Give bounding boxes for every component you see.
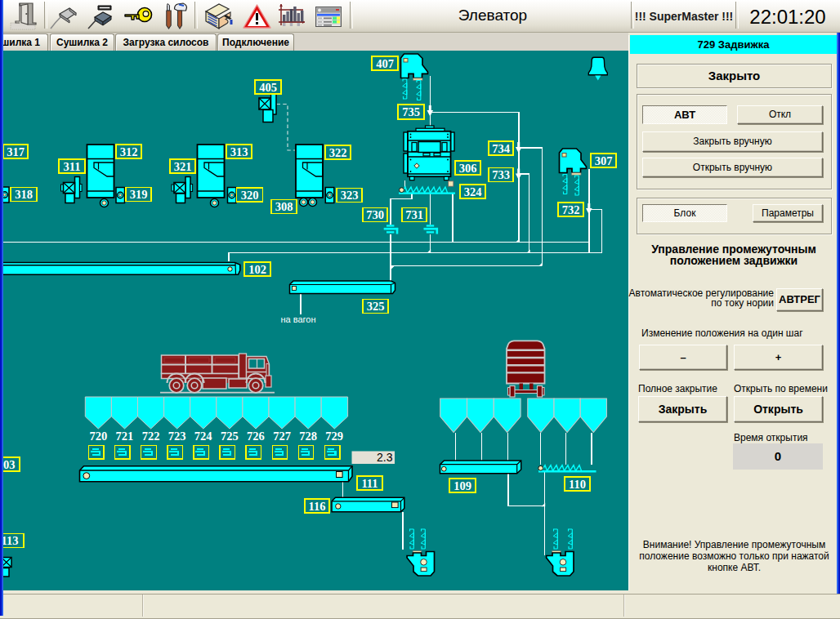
svg-text:110: 110 bbox=[569, 478, 586, 491]
svg-text:720: 720 bbox=[89, 430, 107, 443]
svg-text:319: 319 bbox=[130, 188, 148, 201]
svg-text:317: 317 bbox=[7, 145, 25, 158]
svg-text:313: 313 bbox=[230, 145, 248, 158]
svg-text:726: 726 bbox=[247, 430, 265, 443]
svg-text:722: 722 bbox=[142, 430, 160, 443]
svg-text:320: 320 bbox=[241, 189, 259, 202]
svg-text:311: 311 bbox=[64, 160, 81, 173]
svg-text:727: 727 bbox=[273, 430, 291, 443]
svg-text:312: 312 bbox=[120, 145, 138, 158]
svg-text:733: 733 bbox=[492, 168, 510, 181]
svg-text:323: 323 bbox=[341, 189, 359, 202]
svg-text:721: 721 bbox=[116, 430, 134, 443]
svg-text:731: 731 bbox=[405, 208, 423, 221]
svg-text:на вагон: на вагон bbox=[280, 314, 315, 324]
svg-text:729: 729 bbox=[325, 430, 343, 443]
svg-text:102: 102 bbox=[248, 263, 266, 276]
svg-text:103: 103 bbox=[3, 458, 15, 471]
svg-text:2.3: 2.3 bbox=[377, 451, 393, 464]
svg-text:308: 308 bbox=[275, 200, 293, 213]
svg-text:307: 307 bbox=[595, 154, 613, 167]
svg-text:318: 318 bbox=[15, 188, 33, 201]
svg-text:324: 324 bbox=[464, 185, 482, 198]
svg-text:728: 728 bbox=[299, 430, 317, 443]
svg-text:405: 405 bbox=[259, 81, 277, 94]
svg-text:306: 306 bbox=[459, 162, 477, 175]
svg-text:407: 407 bbox=[376, 57, 394, 70]
svg-text:113: 113 bbox=[3, 534, 18, 547]
svg-text:735: 735 bbox=[402, 105, 420, 118]
svg-text:111: 111 bbox=[361, 477, 378, 490]
svg-text:724: 724 bbox=[194, 430, 212, 443]
svg-text:723: 723 bbox=[168, 430, 186, 443]
svg-text:730: 730 bbox=[366, 208, 384, 221]
svg-text:725: 725 bbox=[221, 430, 239, 443]
svg-text:116: 116 bbox=[309, 500, 326, 513]
svg-text:321: 321 bbox=[174, 160, 192, 173]
svg-text:734: 734 bbox=[492, 142, 510, 155]
svg-text:325: 325 bbox=[367, 300, 385, 313]
svg-text:732: 732 bbox=[562, 203, 580, 216]
svg-text:109: 109 bbox=[454, 479, 471, 492]
svg-text:322: 322 bbox=[329, 146, 347, 159]
